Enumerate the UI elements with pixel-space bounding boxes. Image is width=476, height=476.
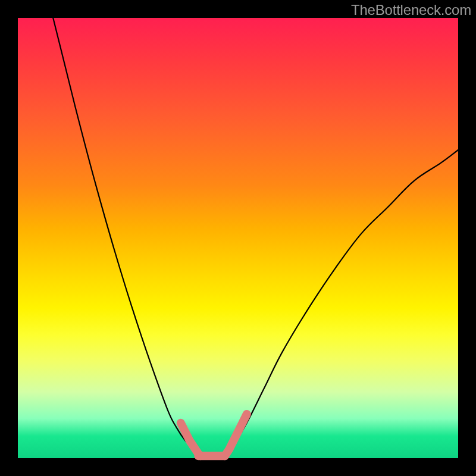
watermark-text: TheBottleneck.com [351,2,471,18]
chart-frame: TheBottleneck.com [0,0,476,476]
plot-area [18,18,458,458]
